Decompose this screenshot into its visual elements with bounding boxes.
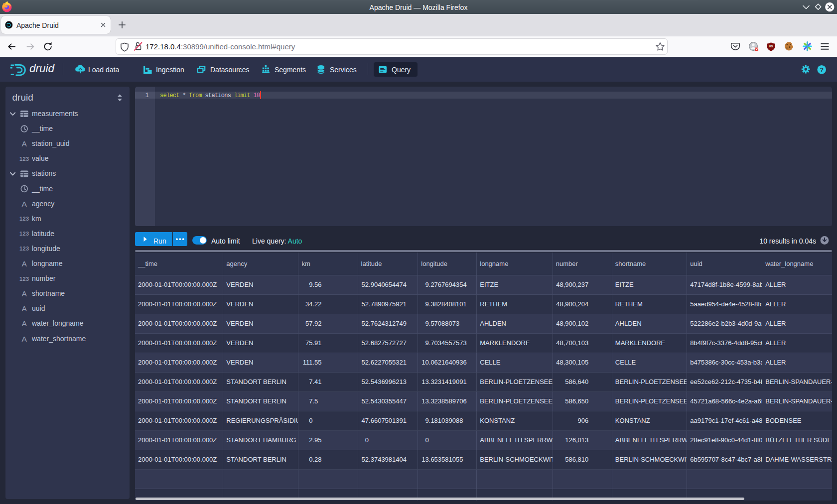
svg-text:A: A	[22, 289, 27, 298]
svg-text:123: 123	[19, 156, 29, 162]
svg-text:A: A	[22, 335, 27, 343]
svg-text:123: 123	[19, 216, 29, 222]
svg-text:UO: UO	[769, 45, 773, 48]
svg-text:123: 123	[19, 246, 29, 252]
svg-text:A: A	[22, 304, 27, 313]
svg-text:?: ?	[820, 67, 824, 74]
svg-text:A: A	[22, 200, 27, 208]
svg-text:A: A	[22, 319, 27, 328]
svg-text:123: 123	[19, 231, 29, 237]
svg-text:A: A	[22, 139, 27, 148]
svg-text:123: 123	[19, 276, 29, 282]
svg-text:A: A	[22, 259, 27, 268]
